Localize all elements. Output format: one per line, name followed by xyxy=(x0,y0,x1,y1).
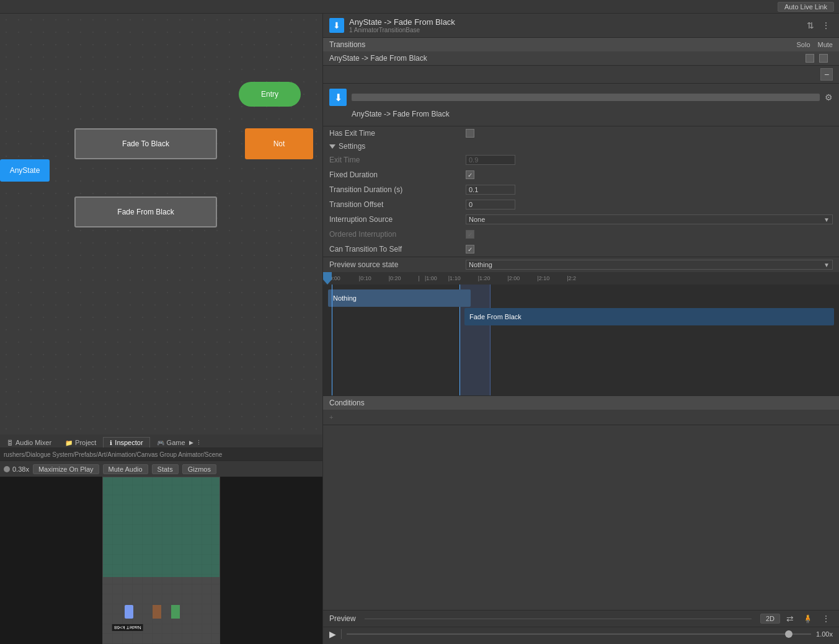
transition-row[interactable]: AnyState -> Fade From Black xyxy=(323,51,839,66)
transitions-header: Transitions Solo Mute xyxy=(323,38,839,51)
inspector-panel: ⬇ AnyState -> Fade From Black 1 Animator… xyxy=(322,14,839,644)
preview-controls: ▶ 1.00x xyxy=(323,627,839,641)
has-exit-row: Has Exit Time xyxy=(323,126,839,140)
node-anystate-label: AnyState xyxy=(10,166,40,175)
inspector-scroll: Transitions Solo Mute AnyState -> Fade F… xyxy=(323,38,839,610)
node-fade-from-black-label: Fade From Black xyxy=(117,208,174,216)
transition-offset-input[interactable] xyxy=(466,200,515,210)
preview-separator xyxy=(341,629,342,639)
auto-live-link-button[interactable]: Auto Live Link xyxy=(778,2,834,12)
node-fade-to-black[interactable]: Fade To Black xyxy=(74,128,217,159)
preview-source-arrow-icon: ▼ xyxy=(823,262,830,268)
interruption-source-row: Interruption Source None ▼ xyxy=(323,212,839,227)
timeline-cursor-line xyxy=(332,285,332,395)
gizmos-button[interactable]: Gizmos xyxy=(182,464,216,474)
remove-transition-btn[interactable]: − xyxy=(820,68,833,81)
transition-row-text: AnyState -> Fade From Black xyxy=(329,54,806,63)
main-area: Entry AnyState Fade To Black Not Fade Fr… xyxy=(0,14,839,644)
node-not[interactable]: Not xyxy=(245,128,313,159)
conditions-header: Conditions xyxy=(323,396,839,410)
scale-display: 0.38x xyxy=(4,465,29,473)
scale-value: 0.38x xyxy=(12,465,29,473)
node-fade-to-black-label: Fade To Black xyxy=(122,139,169,148)
animator-graph-canvas[interactable]: Entry AnyState Fade To Black Not Fade Fr… xyxy=(0,14,322,434)
td-transition-name: AnyState -> Fade From Black xyxy=(323,108,839,122)
timeline-tracks[interactable]: Nothing Fade From Black xyxy=(323,285,839,395)
ordered-interruption-checkbox[interactable]: ✓ xyxy=(466,230,474,239)
tab-game-arrow: ▶ xyxy=(189,439,193,446)
node-entry[interactable]: Entry xyxy=(239,82,301,107)
timeline-ruler-marks: |0:00 |0:10 |0:20 | |1:00 |1:10 |1:20 |2… xyxy=(328,272,576,285)
transition-solo-checkbox[interactable] xyxy=(806,54,814,63)
tab-game-menu: ⋮ xyxy=(196,439,202,446)
tab-inspector-label: Inspector xyxy=(115,439,143,446)
preview-source-dropdown[interactable]: Nothing ▼ xyxy=(466,260,833,270)
inspector-header: ⬇ AnyState -> Fade From Black 1 Animator… xyxy=(323,14,839,38)
preview-slider-track[interactable] xyxy=(347,633,811,635)
transition-mute-checkbox[interactable] xyxy=(819,54,828,63)
timeline-bar-fade-label: Fade From Black xyxy=(469,313,522,320)
settings-section-header[interactable]: Settings xyxy=(323,140,839,152)
inspector-layout-btn[interactable]: ⇅ xyxy=(804,19,817,32)
transition-offset-row: Transition Offset xyxy=(323,197,839,212)
transition-offset-label: Transition Offset xyxy=(329,200,466,209)
preview-sync-btn[interactable]: ⇄ xyxy=(784,612,796,625)
has-exit-time-checkbox[interactable] xyxy=(466,129,474,138)
node-fade-from-black[interactable]: Fade From Black xyxy=(74,196,217,227)
preview-header: Preview 2D ⇄ 🧍 ⋮ xyxy=(323,611,839,627)
interruption-source-dropdown[interactable]: None ▼ xyxy=(466,214,833,224)
tab-audio-mixer-label: Audio Mixer xyxy=(16,439,51,446)
preview-dots-btn[interactable]: ⋮ xyxy=(819,612,833,625)
inspector-header-btns: ⇅ ⋮ xyxy=(804,19,833,32)
td-header: ⬇ ⚙ xyxy=(323,87,839,108)
mute-audio-button[interactable]: Mute Audio xyxy=(103,464,148,474)
transitions-header-right: Solo Mute xyxy=(797,41,833,48)
tab-game[interactable]: 🎮 Game ▶ ⋮ xyxy=(150,437,208,448)
node-not-label: Not xyxy=(273,139,285,148)
tab-audio-mixer[interactable]: 🎛 Audio Mixer xyxy=(0,437,58,448)
left-panel: Entry AnyState Fade To Black Not Fade Fr… xyxy=(0,14,322,644)
timeline-bar-nothing-label: Nothing xyxy=(333,294,357,302)
preview-2d-btn[interactable]: 2D xyxy=(760,614,780,624)
settings-label-text: Settings xyxy=(339,142,365,151)
exit-time-input[interactable] xyxy=(466,155,515,165)
arrows-svg xyxy=(0,14,186,107)
ruler-mark-030: | xyxy=(419,275,420,281)
ruler-mark-200: |2:00 xyxy=(508,275,520,281)
conditions-section: Conditions + xyxy=(323,396,839,425)
game-panel: NadeT k>68 xyxy=(0,477,322,644)
inspector-icon: ℹ xyxy=(110,439,112,446)
timeline-ruler[interactable]: |0:00 |0:10 |0:20 | |1:00 |1:10 |1:20 |2… xyxy=(323,272,839,285)
transition-duration-input[interactable] xyxy=(466,185,515,195)
node-anystate[interactable]: AnyState xyxy=(0,159,50,182)
has-exit-time-label: Has Exit Time xyxy=(329,129,466,138)
tab-project[interactable]: 📁 Project xyxy=(58,437,103,448)
preview-source-label: Preview source state xyxy=(329,260,466,269)
conditions-label: Conditions xyxy=(329,399,365,407)
tab-inspector[interactable]: ℹ Inspector xyxy=(103,437,149,448)
ordered-interruption-label: Ordered Interruption xyxy=(329,230,466,239)
transition-duration-row: Transition Duration (s) xyxy=(323,182,839,197)
fixed-duration-checkbox[interactable]: ✓ xyxy=(466,170,474,179)
preview-avatar-btn[interactable]: 🧍 xyxy=(800,612,815,625)
conditions-list-placeholder: + xyxy=(329,413,333,421)
ruler-mark-120: |1:20 xyxy=(478,275,491,281)
maximize-on-play-button[interactable]: Maximize On Play xyxy=(33,464,99,474)
inspector-menu-btn[interactable]: ⋮ xyxy=(819,19,833,32)
solo-label: Solo xyxy=(797,41,810,48)
ruler-mark-020: |0:20 xyxy=(389,275,401,281)
can-transition-to-self-checkbox[interactable]: ✓ xyxy=(466,245,474,254)
transition-duration-label: Transition Duration (s) xyxy=(329,185,466,194)
bottom-toolbar: 0.38x Maximize On Play Mute Audio Stats … xyxy=(0,461,322,477)
tab-project-label: Project xyxy=(75,439,96,446)
mute-label: Mute xyxy=(818,41,833,48)
ruler-mark-010: |0:10 xyxy=(359,275,371,281)
preview-play-btn[interactable]: ▶ xyxy=(329,629,336,639)
td-gear-button[interactable]: ⚙ xyxy=(825,92,833,102)
conditions-empty: + xyxy=(323,410,839,425)
td-progress-bar xyxy=(352,94,820,101)
transition-icon: ⬇ xyxy=(329,18,344,33)
ordered-interruption-row: Ordered Interruption ✓ xyxy=(323,227,839,242)
game-icon: 🎮 xyxy=(157,439,164,446)
stats-button[interactable]: Stats xyxy=(152,464,179,474)
